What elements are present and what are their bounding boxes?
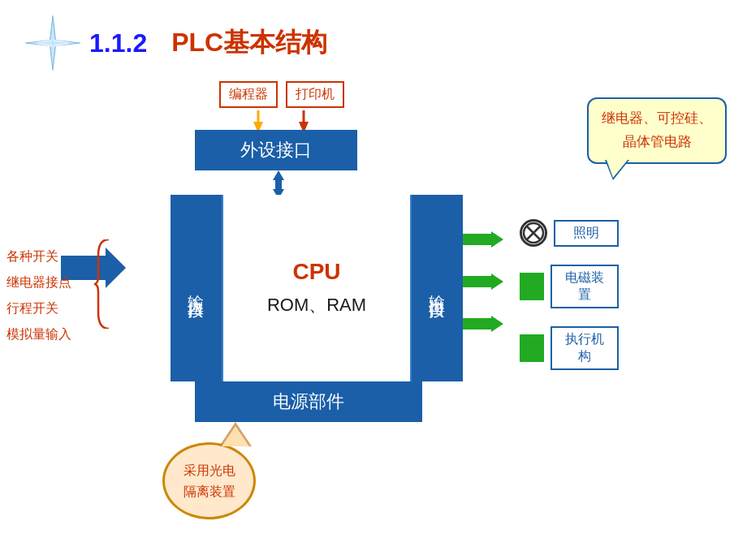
output-arrow-1	[463, 231, 503, 248]
callout-tail	[219, 422, 252, 446]
printer-box: 打印机	[286, 81, 344, 108]
cpu-section: CPU ROM、RAM	[223, 195, 410, 381]
electromagnetic-icon	[520, 273, 544, 300]
svg-rect-11	[275, 179, 282, 191]
actuator-label: 执行机构	[551, 326, 619, 370]
main-cpu-block: 输入接口 CPU ROM、RAM 输出接口	[171, 195, 463, 381]
bottom-callout-container: 采用光电隔离装置	[162, 442, 256, 519]
rom-ram-label: ROM、RAM	[267, 293, 366, 317]
lighting-label: 照明	[554, 220, 619, 247]
programmer-box: 编程器	[219, 81, 278, 108]
left-brace-icon	[94, 239, 110, 329]
left-labels: 各种开关 继电器接点 行程开关 模拟量输入	[6, 243, 71, 347]
star-icon	[24, 15, 81, 71]
device-lighting: 照明	[520, 219, 619, 247]
bottom-callout: 采用光电隔离装置	[162, 442, 256, 519]
callout-right-tail	[605, 160, 629, 180]
electromagnetic-label: 电磁装置	[551, 265, 619, 308]
main-diagram: 编程器 打印机 外设接口 输入接口 CPU ROM、RAM 输出接口	[122, 81, 593, 471]
peripheral-interface-box: 外设接口	[195, 130, 357, 170]
output-interface-label: 输出接口	[410, 195, 463, 381]
cpu-label: CPU	[292, 259, 340, 285]
power-unit-box: 电源部件	[195, 381, 422, 422]
page-title: 1.1.2 PLC基本结构	[89, 25, 327, 61]
title-area: 1.1.2 PLC基本结构	[24, 15, 327, 71]
actuator-icon	[520, 334, 544, 362]
svg-marker-20	[222, 426, 249, 446]
device-electromagnetic: 电磁装置	[520, 265, 619, 308]
lighting-icon	[520, 219, 547, 247]
device-actuator: 执行机构	[520, 326, 619, 370]
svg-marker-14	[463, 274, 503, 290]
svg-marker-15	[463, 316, 503, 332]
input-interface-label: 输入接口	[171, 195, 223, 381]
svg-marker-13	[463, 231, 503, 248]
left-input-labels: 各种开关 继电器接点 行程开关 模拟量输入	[6, 243, 71, 347]
output-arrow-3	[463, 316, 503, 332]
right-callout: 继电器、可控硅、 晶体管电路	[587, 97, 727, 164]
output-arrow-2	[463, 274, 503, 290]
ext-devices: 编程器 打印机	[219, 81, 344, 108]
output-devices: 照明 电磁装置 执行机构	[520, 219, 619, 370]
